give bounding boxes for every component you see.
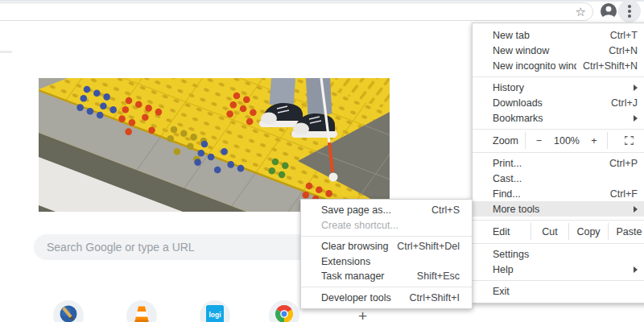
menu-item-label: Find... [493,188,604,200]
address-bar[interactable]: ☆ [0,2,593,21]
menu-item-label: More tools [493,204,627,215]
menu-separator [301,236,472,237]
menu-item-shortcut: Ctrl+Shift+I [409,292,460,303]
submenu-arrow-icon [634,115,638,122]
menu-item-new-incognito-window[interactable]: New incognito windowCtrl+Shift+N [473,58,644,73]
shortcut-sketchup[interactable] [53,300,84,322]
menu-item-zoom-row: Zoom−100%+ [473,132,644,149]
add-shortcut-button[interactable]: + [358,308,367,322]
menu-item-cast[interactable]: Cast... [473,171,644,186]
avatar-icon[interactable] [600,2,617,20]
menu-separator [473,243,644,244]
menu-item-shortcut: Shift+Esc [417,270,460,282]
zoom-level: 100% [552,135,581,147]
search-placeholder: Search Google or type a URL [47,241,195,254]
menu-item-label: Downloads [493,97,605,109]
menu-item-print[interactable]: Print...Ctrl+P [473,155,644,171]
menu-item-find[interactable]: Find...Ctrl+F [473,186,644,201]
menu-item-new-tab[interactable]: New tabCtrl+T [473,27,644,43]
menu-item-shortcut: Ctrl+T [610,30,638,41]
menu-item-history[interactable]: History [473,80,644,95]
shortcut-chrome[interactable] [269,300,299,322]
divider [0,51,12,53]
menu-item-shortcut: Ctrl+Shift+Del [397,241,460,252]
submenu-arrow-icon [634,266,638,273]
menu-item-task-manager[interactable]: Task managerShift+Esc [301,269,472,284]
menu-item-edit-row: EditCutCopyPaste [473,223,644,240]
menu-item-label: Exit [493,286,638,297]
menu-item-settings[interactable]: Settings [473,246,644,262]
menu-item-label: New incognito window [493,60,576,72]
menu-item-save-page-as[interactable]: Save page as...Ctrl+S [301,203,472,218]
fullscreen-button[interactable] [608,136,644,145]
menu-item-more-tools[interactable]: More tools [473,201,644,217]
menu-item-label: History [493,82,627,93]
zoom-in-button[interactable]: + [581,135,607,147]
menu-item-label: New window [493,45,602,56]
menu-item-developer-tools[interactable]: Developer toolsCtrl+Shift+I [301,291,472,306]
kebab-menu-button[interactable] [618,0,641,23]
logitech-icon: logi [205,304,225,322]
menu-separator [473,152,644,153]
zoom-label: Zoom [473,135,525,147]
menu-separator [473,280,644,281]
menu-item-create-shortcut[interactable]: Create shortcut... [301,218,472,233]
menu-item-label: Create shortcut... [321,220,460,231]
more-tools-submenu: Save page as...Ctrl+SCreate shortcut...C… [300,199,473,309]
edit-cut-button[interactable]: Cut [531,226,568,237]
menu-item-help[interactable]: Help [473,262,644,277]
menu-separator [473,220,644,221]
menu-item-label: Clear browsing data... [321,241,390,252]
menu-item-extensions[interactable]: Extensions [301,254,472,270]
menu-item-label: Help [493,264,627,275]
menu-item-label: Print... [493,158,603,169]
menu-item-label: New tab [493,30,604,41]
menu-item-label: Cast... [493,173,638,184]
submenu-arrow-icon [634,85,638,91]
menu-item-bookmarks[interactable]: Bookmarks [473,110,644,126]
menu-item-shortcut: Ctrl+F [610,188,638,200]
submenu-arrow-icon [634,206,638,213]
edit-label: Edit [473,226,530,237]
menu-item-clear-browsing-data[interactable]: Clear browsing data...Ctrl+Shift+Del [301,239,472,254]
menu-item-label: Extensions [321,256,460,267]
menu-separator [301,287,472,287]
edit-paste-button[interactable]: Paste [609,226,644,237]
svg-text:logi: logi [208,311,221,319]
browser-window: ☆ [0,0,644,322]
menu-item-shortcut: Ctrl+Shift+N [583,60,638,72]
chrome-icon [275,304,294,322]
menu-item-label: Save page as... [321,204,425,216]
menu-item-label: Settings [493,249,638,260]
menu-item-downloads[interactable]: DownloadsCtrl+J [473,95,644,110]
chrome-menu: New tabCtrl+TNew windowCtrl+NNew incogni… [472,23,644,303]
menu-item-label: Task manager [321,270,411,282]
zoom-out-button[interactable]: − [526,135,552,147]
menu-item-shortcut: Ctrl+N [609,45,638,56]
menu-item-label: Developer tools [321,292,402,303]
edit-copy-button[interactable]: Copy [569,226,608,237]
google-doodle-image[interactable] [39,78,390,212]
menu-item-shortcut: Ctrl+J [611,97,638,109]
menu-separator [473,76,644,77]
kebab-menu-icon [628,5,630,17]
menu-separator [473,129,644,130]
window-top-edge [0,0,644,2]
bookmark-star-icon[interactable]: ☆ [576,4,586,20]
vlc-icon [132,304,151,322]
shortcut-vlc[interactable] [126,300,157,322]
menu-item-exit[interactable]: Exit [473,283,644,299]
menu-item-shortcut: Ctrl+P [609,158,638,169]
menu-item-label: Bookmarks [493,113,627,124]
menu-item-new-window[interactable]: New windowCtrl+N [473,43,644,58]
sketchup-icon [59,304,78,322]
shortcut-logitech[interactable]: logi [200,300,230,322]
menu-item-shortcut: Ctrl+S [431,204,460,216]
